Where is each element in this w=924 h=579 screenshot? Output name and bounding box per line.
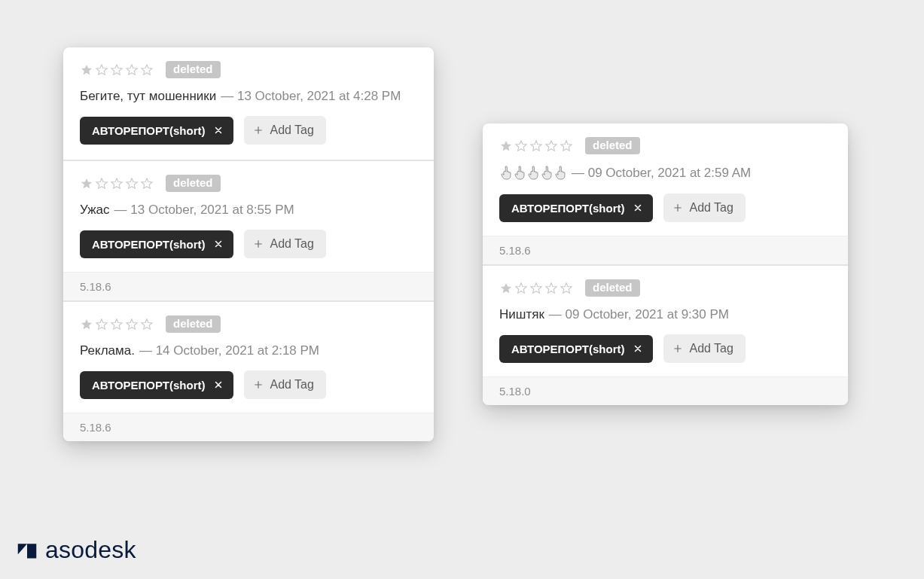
- close-icon: [633, 203, 642, 212]
- tag-label: АВТОРЕПОРТ(short): [92, 238, 205, 251]
- tag-pill: АВТОРЕПОРТ(short): [499, 194, 653, 222]
- review-card: deleted Бегите, тут мошенники — 13 Octob…: [63, 47, 434, 160]
- star-icon: [140, 177, 154, 190]
- close-icon: [214, 126, 223, 135]
- review-date: — 09 October, 2021 at 2:59 AM: [572, 166, 751, 181]
- status-badge: deleted: [585, 279, 640, 297]
- brand-logo: asodesk: [17, 536, 136, 564]
- review-card: deleted — 09 October, 2021 at 2:59 AM АВ…: [483, 123, 848, 264]
- version-label: 5.18.6: [63, 413, 434, 441]
- star-icon: [140, 318, 154, 331]
- review-header: deleted: [499, 137, 831, 154]
- plus-icon: [253, 125, 264, 136]
- middle-finger-icon: [513, 165, 526, 181]
- star-icon: [560, 282, 573, 295]
- tag-remove-button[interactable]: [212, 124, 224, 136]
- tag-row: АВТОРЕПОРТ(short) Add Tag: [499, 334, 831, 363]
- add-tag-button[interactable]: Add Tag: [244, 370, 325, 399]
- star-icon: [514, 282, 528, 295]
- review-title-row: Бегите, тут мошенники — 13 October, 2021…: [80, 89, 417, 104]
- review-title-row: — 09 October, 2021 at 2:59 AM: [499, 165, 831, 181]
- review-title: Ужас: [80, 203, 110, 218]
- close-icon: [214, 380, 223, 389]
- star-icon: [110, 177, 124, 190]
- review-date: — 09 October, 2021 at 9:30 PM: [549, 307, 729, 322]
- add-tag-button[interactable]: Add Tag: [244, 116, 325, 145]
- middle-finger-icon: [540, 165, 553, 181]
- middle-finger-icon: [553, 165, 567, 181]
- tag-row: АВТОРЕПОРТ(short) Add Tag: [499, 194, 831, 222]
- star-icon: [125, 177, 139, 190]
- brand-mark-icon: [17, 540, 38, 561]
- tag-label: АВТОРЕПОРТ(short): [511, 343, 624, 355]
- tag-remove-button[interactable]: [212, 379, 224, 391]
- star-icon: [125, 63, 139, 77]
- version-label: 5.18.0: [483, 376, 848, 405]
- review-title-row: Реклама. — 14 October, 2021 at 2:18 PM: [80, 343, 417, 358]
- add-tag-button[interactable]: Add Tag: [663, 334, 745, 363]
- review-title: Ништяк: [499, 307, 544, 322]
- star-icon: [80, 177, 93, 190]
- review-title-row: Ништяк — 09 October, 2021 at 9:30 PM: [499, 307, 831, 322]
- status-badge: deleted: [166, 315, 221, 333]
- rating-stars: [499, 282, 573, 295]
- star-icon: [499, 139, 513, 153]
- review-card: deleted Реклама. — 14 October, 2021 at 2…: [63, 300, 434, 441]
- rating-stars: [80, 63, 154, 77]
- tag-pill: АВТОРЕПОРТ(short): [80, 371, 233, 399]
- plus-icon: [253, 239, 264, 249]
- tag-label: АВТОРЕПОРТ(short): [92, 124, 205, 137]
- star-icon: [110, 318, 124, 331]
- add-tag-label: Add Tag: [270, 378, 313, 392]
- add-tag-label: Add Tag: [689, 342, 733, 355]
- review-title-row: Ужас — 13 October, 2021 at 8:55 PM: [80, 203, 417, 218]
- review-header: deleted: [80, 61, 417, 78]
- add-tag-button[interactable]: Add Tag: [244, 230, 325, 258]
- status-badge: deleted: [166, 175, 221, 192]
- reviews-panel-left: deleted Бегите, тут мошенники — 13 Octob…: [63, 47, 434, 441]
- tag-remove-button[interactable]: [632, 343, 644, 355]
- star-icon: [560, 139, 573, 153]
- tag-pill: АВТОРЕПОРТ(short): [80, 117, 233, 145]
- brand-name: asodesk: [45, 536, 136, 564]
- tag-row: АВТОРЕПОРТ(short) Add Tag: [80, 370, 417, 399]
- version-label: 5.18.6: [63, 272, 434, 300]
- review-date: — 13 October, 2021 at 4:28 PM: [221, 89, 401, 104]
- reviews-panel-right: deleted — 09 October, 2021 at 2:59 AM АВ…: [483, 123, 848, 405]
- rating-stars: [80, 318, 154, 331]
- review-title-emoji: [499, 165, 567, 181]
- star-icon: [80, 63, 93, 77]
- star-icon: [95, 318, 108, 331]
- close-icon: [633, 344, 642, 353]
- plus-icon: [672, 203, 683, 213]
- review-title: Реклама.: [80, 343, 135, 358]
- review-header: deleted: [80, 175, 417, 192]
- review-title: Бегите, тут мошенники: [80, 89, 216, 104]
- status-badge: deleted: [166, 61, 221, 78]
- tag-row: АВТОРЕПОРТ(short) Add Tag: [80, 116, 417, 145]
- tag-remove-button[interactable]: [212, 238, 224, 250]
- star-icon: [544, 139, 558, 153]
- status-badge: deleted: [585, 137, 640, 154]
- review-header: deleted: [499, 279, 831, 297]
- version-label: 5.18.6: [483, 236, 848, 264]
- add-tag-label: Add Tag: [689, 201, 733, 215]
- review-date: — 14 October, 2021 at 2:18 PM: [139, 343, 319, 358]
- add-tag-button[interactable]: Add Tag: [663, 194, 745, 222]
- star-icon: [80, 318, 93, 331]
- tag-row: АВТОРЕПОРТ(short) Add Tag: [80, 230, 417, 258]
- tag-pill: АВТОРЕПОРТ(short): [499, 335, 653, 363]
- review-date: — 13 October, 2021 at 8:55 PM: [114, 203, 294, 218]
- review-card: deleted Ништяк — 09 October, 2021 at 9:3…: [483, 264, 848, 405]
- star-icon: [544, 282, 558, 295]
- star-icon: [140, 63, 154, 77]
- add-tag-label: Add Tag: [270, 123, 313, 137]
- star-icon: [499, 282, 513, 295]
- plus-icon: [253, 379, 264, 390]
- star-icon: [95, 177, 108, 190]
- rating-stars: [80, 177, 154, 190]
- tag-remove-button[interactable]: [632, 202, 644, 214]
- star-icon: [529, 139, 543, 153]
- review-card: deleted Ужас — 13 October, 2021 at 8:55 …: [63, 160, 434, 300]
- star-icon: [514, 139, 528, 153]
